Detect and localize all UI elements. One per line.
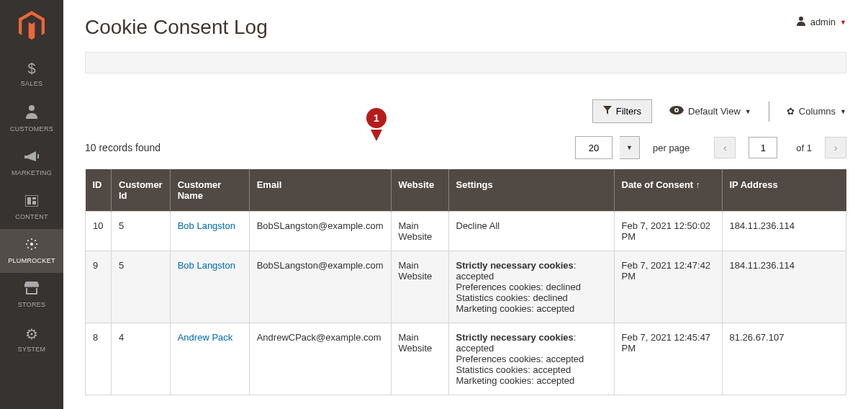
funnel-icon	[603, 106, 612, 117]
filters-button[interactable]: Filters	[592, 99, 652, 123]
table-cell: AndrewCPack@example.com	[249, 323, 391, 395]
caret-down-icon: ▼	[840, 108, 846, 115]
sidebar-item-label: Marketing	[12, 169, 52, 176]
columns-label: Columns	[799, 106, 836, 117]
annotation-arrow-icon	[371, 130, 382, 141]
table-cell: Strictly necessary cookies: acceptedPref…	[448, 251, 614, 323]
svg-point-14	[799, 17, 803, 21]
sidebar-item-sales[interactable]: $ Sales	[0, 52, 63, 96]
gear-icon: ⚙	[25, 325, 38, 343]
svg-point-10	[26, 243, 27, 245]
person-icon	[26, 104, 37, 122]
admin-sidebar: $ Sales Customers Marketing Content Plum…	[0, 0, 63, 409]
column-header[interactable]: Customer Id	[112, 169, 171, 212]
customer-link[interactable]: Bob Langston	[178, 220, 235, 231]
svg-point-13	[31, 248, 32, 250]
table-cell: Bob Langston	[170, 251, 249, 323]
pager-controls: ▼ per page ‹ of 1 ›	[575, 136, 846, 159]
svg-rect-3	[32, 197, 36, 199]
sidebar-item-system[interactable]: ⚙ System	[0, 317, 63, 361]
default-view-label: Default View	[688, 106, 741, 117]
table-row: 84Andrew PackAndrewCPack@example.comMain…	[86, 323, 846, 395]
svg-rect-4	[32, 201, 36, 204]
sidebar-item-marketing[interactable]: Marketing	[0, 141, 63, 185]
column-header[interactable]: Email	[249, 169, 391, 212]
annotation-marker: 1	[366, 108, 386, 128]
table-cell: Main Website	[391, 323, 448, 395]
svg-point-7	[35, 240, 36, 241]
page-title: Cookie Consent Log	[85, 16, 268, 39]
table-row: 105Bob LangstonBobSLangston@example.comM…	[86, 212, 846, 251]
sidebar-item-customers[interactable]: Customers	[0, 96, 63, 141]
table-cell: 9	[86, 251, 112, 323]
records-found: 10 records found	[85, 142, 161, 153]
table-cell: 8	[86, 323, 112, 395]
column-header[interactable]: IP Address	[722, 169, 846, 212]
prev-page-button[interactable]: ‹	[714, 137, 736, 158]
content-icon	[25, 194, 38, 210]
toolbar-separator	[769, 102, 769, 122]
svg-rect-2	[27, 197, 31, 204]
table-cell: 10	[86, 212, 112, 251]
sidebar-item-label: Content	[15, 213, 48, 220]
column-header[interactable]: ID	[86, 169, 112, 212]
user-icon	[796, 16, 806, 28]
table-cell: BobSLangston@example.com	[249, 251, 391, 323]
svg-point-0	[29, 105, 35, 111]
pager-bar: 10 records found ▼ per page ‹ of 1 ›	[85, 136, 846, 159]
page-number-input[interactable]	[749, 137, 777, 158]
dollar-icon: $	[27, 60, 35, 77]
svg-rect-1	[25, 195, 38, 207]
caret-down-icon: ▼	[840, 19, 846, 26]
table-cell: 184.11.236.114	[722, 251, 846, 323]
table-cell: Feb 7, 2021 12:47:42 PM	[614, 251, 722, 323]
table-cell: 5	[112, 212, 171, 251]
page-header: Cookie Consent Log admin ▼	[85, 0, 846, 52]
table-cell: Decline All	[448, 212, 614, 251]
user-menu[interactable]: admin ▼	[796, 16, 846, 28]
sidebar-item-label: Sales	[21, 80, 43, 87]
column-header[interactable]: Customer Name	[170, 169, 249, 212]
table-cell: Andrew Pack	[170, 323, 249, 395]
columns-button[interactable]: ✿ Columns ▼	[787, 106, 846, 117]
sidebar-item-plumrocket[interactable]: Plumrocket	[0, 229, 63, 273]
consent-log-table: IDCustomer IdCustomer NameEmailWebsiteSe…	[85, 169, 846, 395]
sidebar-item-content[interactable]: Content	[0, 185, 63, 229]
next-page-button[interactable]: ›	[825, 137, 846, 158]
gear-icon: ✿	[787, 106, 795, 117]
page-size-dropdown[interactable]: ▼	[620, 136, 640, 159]
customer-link[interactable]: Bob Langston	[178, 260, 235, 271]
svg-point-12	[31, 238, 32, 240]
table-cell: Bob Langston	[170, 212, 249, 251]
sidebar-item-stores[interactable]: Stores	[0, 273, 63, 317]
svg-point-16	[676, 109, 678, 112]
customer-link[interactable]: Andrew Pack	[178, 332, 233, 343]
svg-point-5	[30, 243, 33, 246]
user-name: admin	[810, 17, 836, 27]
plumrocket-icon	[25, 238, 38, 254]
table-cell: 4	[112, 323, 171, 395]
sidebar-item-label: System	[18, 346, 46, 353]
filters-label: Filters	[616, 106, 641, 117]
per-page-label: per page	[653, 143, 690, 153]
page-size-input[interactable]	[575, 136, 612, 159]
svg-point-8	[27, 247, 29, 248]
default-view-button[interactable]: Default View ▼	[669, 106, 751, 117]
of-pages-label: of 1	[796, 143, 812, 153]
column-header[interactable]: Settings	[448, 169, 614, 212]
grid-toolbar: Filters Default View ▼ ✿ Columns ▼	[85, 99, 846, 123]
table-cell: Feb 7, 2021 12:45:47 PM	[614, 323, 722, 395]
table-cell: 184.11.236.114	[722, 212, 846, 251]
table-cell: BobSLangston@example.com	[249, 212, 391, 251]
sidebar-item-label: Customers	[10, 125, 53, 132]
column-header[interactable]: Website	[391, 169, 448, 212]
sidebar-item-label: Plumrocket	[8, 257, 55, 264]
magento-logo[interactable]	[0, 0, 63, 52]
megaphone-icon	[24, 150, 39, 166]
svg-point-11	[36, 243, 37, 245]
store-icon	[24, 282, 39, 298]
table-row: 95Bob LangstonBobSLangston@example.comMa…	[86, 251, 846, 323]
table-cell: 5	[112, 251, 171, 323]
caret-down-icon: ▼	[745, 108, 751, 115]
column-header[interactable]: Date of Consent	[614, 169, 722, 212]
